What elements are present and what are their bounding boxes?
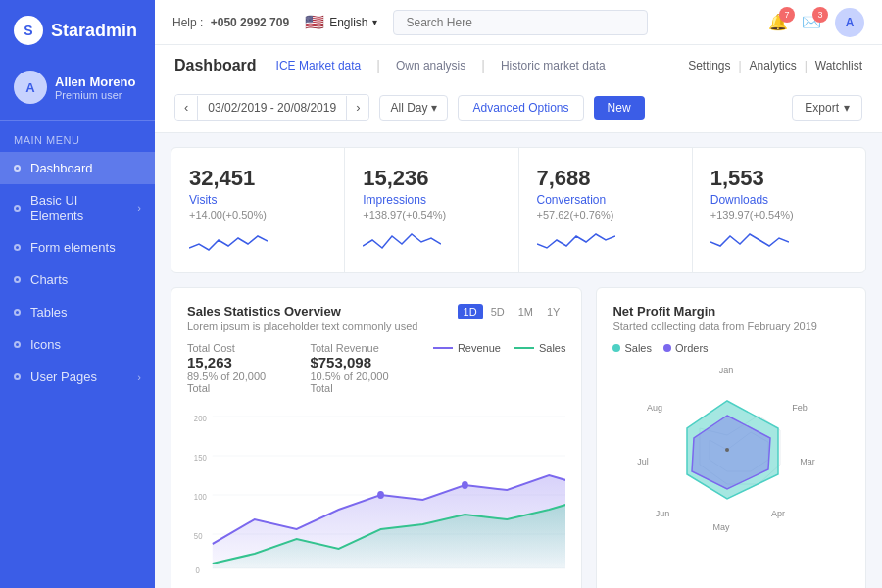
total-cost: Total Cost 15,263 89.5% of 20,000 Total <box>187 342 280 394</box>
mail-badge: 3 <box>812 7 828 23</box>
sidebar-item-user-pages[interactable]: User Pages › <box>0 361 155 393</box>
date-range-label: 03/02/2019 - 20/08/2019 <box>197 96 347 120</box>
total-cost-value: 15,263 <box>187 354 280 370</box>
svg-text:Aug: Aug <box>647 403 662 413</box>
chart-totals: Total Cost 15,263 89.5% of 20,000 Total … <box>187 342 565 394</box>
svg-text:150: 150 <box>194 452 207 463</box>
analytics-link[interactable]: Analytics <box>750 59 797 73</box>
svg-text:Jun: Jun <box>656 509 670 518</box>
sidebar-item-tables[interactable]: Tables <box>0 296 155 328</box>
svg-text:Jul: Jul <box>637 457 649 466</box>
user-avatar-topbar[interactable]: A <box>835 8 864 37</box>
sidebar-item-icons[interactable]: Icons <box>0 328 155 361</box>
sparkline-impressions <box>363 226 500 259</box>
stat-change: +14.00(+0.50%) <box>189 209 326 220</box>
period-1d[interactable]: 1D <box>458 304 483 319</box>
new-button[interactable]: New <box>594 96 645 120</box>
sidebar-item-label: Tables <box>30 305 68 319</box>
tab-own-analysis[interactable]: Own analysis <box>396 59 466 73</box>
period-1m[interactable]: 1M <box>513 304 539 319</box>
chevron-down-icon: ▾ <box>372 17 377 27</box>
svg-text:Apr: Apr <box>771 509 785 518</box>
chevron-right-icon: › <box>137 202 141 214</box>
tab-ice[interactable]: ICE Market data <box>276 59 362 73</box>
stat-value: 32,451 <box>189 166 326 191</box>
page-title: Dashboard <box>174 57 257 74</box>
separator: | <box>481 58 485 74</box>
messages-icon[interactable]: ✉️ 3 <box>802 13 821 31</box>
net-profit-card: Net Profit Margin Started collecting dat… <box>596 287 866 588</box>
legend-orders: Orders <box>663 342 709 354</box>
svg-point-26 <box>725 448 729 452</box>
svg-text:Feb: Feb <box>792 403 808 413</box>
user-name: Allen Moreno <box>55 74 135 89</box>
stat-downloads: 1,553 Downloads +139.97(+0.54%) <box>693 148 865 272</box>
settings-link[interactable]: Settings <box>688 59 730 73</box>
stats-row: 32,451 Visits +14.00(+0.50%) 15,236 Impr… <box>171 147 866 273</box>
sidebar-user: A Allen Moreno Premium user <box>0 61 155 121</box>
search-input[interactable] <box>393 10 648 35</box>
chart-subtitle: Started collecting data from February 20… <box>612 320 817 332</box>
help-text: Help : +050 2992 709 <box>172 16 289 29</box>
svg-point-12 <box>462 481 468 489</box>
svg-text:100: 100 <box>194 491 207 502</box>
sparkline-downloads <box>710 226 848 259</box>
menu-dot-icon <box>14 244 21 251</box>
sidebar-section-label: Main Menu <box>0 121 155 152</box>
chart-title: Sales Statistics Overview <box>187 304 417 318</box>
legend-sales: Sales <box>612 342 652 354</box>
sidebar-item-charts[interactable]: Charts <box>0 264 155 296</box>
sales-area-chart: 200 150 100 50 0 <box>187 402 565 581</box>
total-revenue-value: $753,098 <box>310 354 403 370</box>
sidebar-item-basic-ui[interactable]: Basic UI Elements › <box>0 184 155 231</box>
charts-row: Sales Statistics Overview Lorem ipsum is… <box>171 287 866 588</box>
sidebar-item-label: Form elements <box>30 240 116 255</box>
tab-historic[interactable]: Historic market data <box>501 59 606 73</box>
topbar: Help : +050 2992 709 🇺🇸 English ▾ 🔔 7 ✉️… <box>155 0 882 45</box>
stat-value: 1,553 <box>710 166 848 191</box>
sparkline-conversation <box>537 226 674 259</box>
dash-filters: ‹ 03/02/2019 - 20/08/2019 › All Day ▾ Ad… <box>174 84 862 132</box>
legend: Revenue Sales <box>433 342 566 394</box>
menu-dot-icon <box>14 341 21 348</box>
radar-legend: Sales Orders <box>612 342 850 354</box>
date-prev-button[interactable]: ‹ <box>175 95 197 120</box>
period-1y[interactable]: 1Y <box>541 304 565 319</box>
avatar: A <box>14 71 47 104</box>
stat-label: Downloads <box>710 193 848 207</box>
stat-value: 15,236 <box>363 166 500 191</box>
total-cost-sub: 89.5% of 20,000 Total <box>187 370 280 394</box>
menu-dot-icon <box>14 276 21 283</box>
dash-actions: Settings | Analytics | Watchlist <box>688 59 862 73</box>
stat-visits: 32,451 Visits +14.00(+0.50%) <box>172 148 345 272</box>
svg-text:May: May <box>713 522 731 532</box>
period-5d[interactable]: 5D <box>485 304 511 319</box>
stat-change: +139.97(+0.54%) <box>710 209 848 220</box>
sidebar-item-label: Icons <box>30 337 61 352</box>
flag-icon: 🇺🇸 <box>305 13 324 31</box>
stat-impressions: 15,236 Impressions +138.97(+0.54%) <box>345 148 518 272</box>
chevron-right-icon: › <box>137 371 141 383</box>
main-content: Help : +050 2992 709 🇺🇸 English ▾ 🔔 7 ✉️… <box>155 0 882 588</box>
watchlist-link[interactable]: Watchlist <box>815 59 862 73</box>
notifications-bell[interactable]: 🔔 7 <box>768 13 788 31</box>
export-button[interactable]: Export ▾ <box>792 95 862 121</box>
svg-text:50: 50 <box>194 530 203 541</box>
chevron-down-icon: ▾ <box>844 101 850 115</box>
language-selector[interactable]: 🇺🇸 English ▾ <box>305 13 377 31</box>
dashboard-title-row: Dashboard ICE Market data | Own analysis… <box>174 57 862 84</box>
advanced-options-button[interactable]: Advanced Options <box>458 95 583 121</box>
stat-change: +138.97(+0.54%) <box>363 209 500 220</box>
date-next-button[interactable]: › <box>347 95 368 120</box>
user-role: Premium user <box>55 89 135 101</box>
sidebar-item-dashboard[interactable]: Dashboard <box>0 152 155 184</box>
sidebar-item-form-elements[interactable]: Form elements <box>0 231 155 264</box>
separator: | <box>376 58 380 74</box>
period-buttons: 1D 5D 1M 1Y <box>458 304 566 319</box>
menu-dot-icon <box>14 309 21 316</box>
logo-icon: S <box>14 16 43 45</box>
time-period-select[interactable]: All Day ▾ <box>379 95 448 121</box>
sidebar-item-label: Dashboard <box>30 161 93 175</box>
stat-label: Visits <box>189 193 326 207</box>
legend-revenue: Revenue <box>433 342 501 354</box>
